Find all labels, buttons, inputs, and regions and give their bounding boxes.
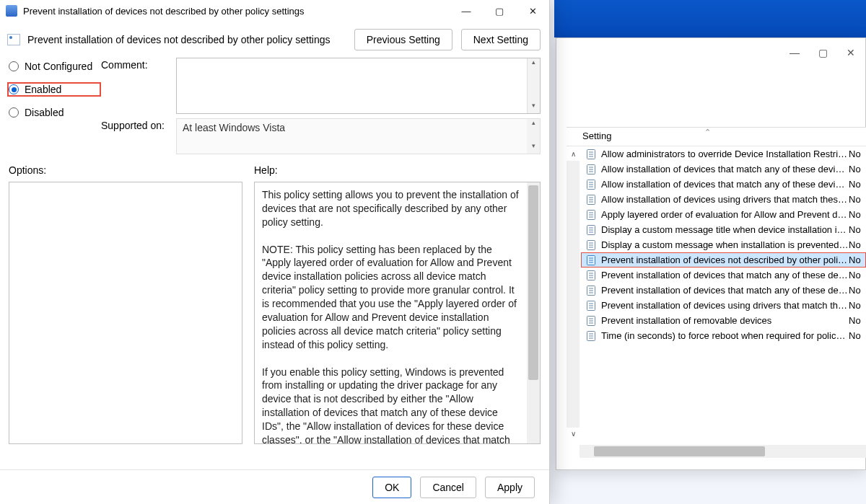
radio-label: Not Configured — [25, 61, 92, 72]
scrollbar-thumb[interactable] — [594, 446, 765, 456]
scroll-up-icon: ▴ — [527, 119, 540, 131]
close-icon[interactable]: ✕ — [847, 47, 855, 58]
policy-item-icon — [585, 224, 597, 236]
textarea-scrollbar[interactable]: ▴ ▾ — [527, 58, 540, 113]
policy-item-state: No — [849, 194, 866, 205]
scroll-up-icon[interactable]: ▴ — [528, 58, 540, 70]
radio-enabled[interactable]: Enabled — [7, 82, 101, 97]
policy-item-label: Display a custom message title when devi… — [601, 224, 849, 235]
policy-item-label: Allow administrators to override Device … — [601, 149, 849, 159]
policy-item-state: No — [849, 315, 866, 326]
column-header-setting[interactable]: Setting — [582, 131, 849, 141]
window-controls-secondary: — ▢ ✕ — [790, 47, 855, 58]
radio-disabled[interactable]: Disabled — [9, 107, 101, 118]
help-panel: This policy setting allows you to preven… — [254, 182, 541, 444]
policy-item-icon — [585, 179, 597, 190]
policy-item-state: No — [849, 224, 866, 235]
column-header-state[interactable] — [849, 131, 866, 141]
radio-dot-icon — [9, 84, 19, 94]
policy-row[interactable]: Time (in seconds) to force reboot when r… — [581, 328, 866, 343]
policy-vertical-scrollbar[interactable]: ∧ ∨ — [567, 148, 579, 441]
scroll-down-icon: ▾ — [527, 142, 540, 154]
policy-horizontal-scrollbar[interactable] — [579, 445, 866, 458]
supported-on-label: Supported on: — [101, 118, 176, 131]
policy-item-state: No — [849, 285, 866, 296]
policy-item-label: Prevent installation of devices not desc… — [601, 255, 849, 265]
previous-setting-button[interactable]: Previous Setting — [354, 29, 452, 50]
policy-item-label: Prevent installation of devices that mat… — [601, 285, 849, 296]
comment-textarea[interactable]: ▴ ▾ — [176, 58, 541, 114]
policy-item-label: Apply layered order of evaluation for Al… — [601, 209, 849, 220]
ok-button[interactable]: OK — [372, 477, 411, 498]
policy-item-state: No — [849, 239, 866, 250]
policy-row[interactable]: Prevent installation of devices using dr… — [581, 298, 866, 313]
policy-item-icon — [585, 209, 597, 221]
policy-item-label: Allow installation of devices that match… — [601, 179, 849, 190]
policy-edit-dialog: Prevent installation of devices not desc… — [0, 0, 550, 504]
policy-item-icon — [585, 239, 597, 251]
policy-row[interactable]: Allow installation of devices that match… — [581, 162, 866, 177]
cancel-button[interactable]: Cancel — [420, 477, 476, 498]
policy-item-icon — [585, 300, 597, 311]
policy-row[interactable]: Prevent installation of devices not desc… — [581, 252, 866, 268]
readonly-scrollbar: ▴ ▾ — [527, 119, 540, 154]
policy-row[interactable]: Prevent installation of removable device… — [581, 313, 866, 328]
help-label: Help: — [254, 164, 541, 176]
maximize-icon[interactable]: ▢ — [818, 47, 828, 58]
state-and-fields-row: Not Configured Enabled Disabled Comment:… — [0, 55, 549, 159]
policy-item-state: No — [849, 149, 866, 159]
policy-item-state: No — [849, 270, 866, 280]
policy-item-icon — [585, 149, 597, 160]
titlebar[interactable]: Prevent installation of devices not desc… — [0, 0, 549, 22]
policy-item-icon — [585, 315, 597, 327]
maximize-button[interactable]: ▢ — [483, 0, 516, 22]
policy-row[interactable]: Allow installation of devices using driv… — [581, 192, 866, 207]
policy-row[interactable]: Apply layered order of evaluation for Al… — [581, 207, 866, 222]
close-button[interactable]: ✕ — [516, 0, 549, 22]
policy-subtitle: Prevent installation of devices not desc… — [27, 34, 354, 45]
policy-item-label: Allow installation of devices that match… — [601, 164, 849, 174]
policy-item-label: Allow installation of devices using driv… — [601, 194, 849, 205]
policy-item-state: No — [849, 209, 866, 220]
state-radio-group: Not Configured Enabled Disabled — [9, 58, 101, 159]
next-setting-button[interactable]: Next Setting — [461, 29, 541, 50]
policy-item-icon — [585, 270, 597, 281]
policy-item-state: No — [849, 255, 866, 265]
policy-item-icon — [585, 164, 597, 175]
scrollbar-thumb[interactable] — [528, 185, 538, 380]
help-text: This policy setting allows you to preven… — [262, 189, 522, 444]
options-panel[interactable] — [9, 182, 242, 444]
radio-dot-icon — [9, 61, 19, 71]
policy-row[interactable]: Prevent installation of devices that mat… — [581, 283, 866, 298]
policy-item-state: No — [849, 164, 866, 174]
policy-item-label: Prevent installation of removable device… — [601, 315, 849, 326]
scroll-up-icon[interactable]: ∧ — [567, 148, 579, 161]
policy-row[interactable]: Display a custom message title when devi… — [581, 222, 866, 237]
policy-item-label: Prevent installation of devices using dr… — [601, 300, 849, 311]
radio-label: Disabled — [25, 107, 64, 118]
help-scrollbar[interactable] — [527, 182, 540, 443]
radio-not-configured[interactable]: Not Configured — [9, 61, 101, 72]
minimize-button[interactable]: — — [450, 0, 483, 22]
policy-icon — [7, 34, 20, 45]
policy-row[interactable]: Allow administrators to override Device … — [581, 146, 866, 162]
policy-item-state: No — [849, 300, 866, 311]
app-icon — [6, 5, 17, 17]
policy-list-header[interactable]: ⌃ Setting — [567, 128, 866, 146]
background-accent-bar — [554, 0, 866, 37]
policy-item-icon — [585, 330, 597, 342]
policy-item-icon — [585, 285, 597, 296]
apply-button[interactable]: Apply — [485, 477, 535, 498]
scroll-down-icon[interactable]: ∨ — [567, 428, 579, 441]
policy-row[interactable]: Display a custom message when installati… — [581, 237, 866, 252]
supported-on-value: At least Windows Vista ▴ ▾ — [176, 118, 541, 154]
sort-indicator-icon: ⌃ — [704, 128, 711, 137]
scroll-down-icon[interactable]: ▾ — [528, 102, 540, 113]
dialog-footer: OK Cancel Apply — [0, 469, 549, 504]
policy-row[interactable]: Allow installation of devices that match… — [581, 177, 866, 192]
options-label: Options: — [9, 164, 242, 176]
policy-item-state: No — [849, 179, 866, 190]
comment-label: Comment: — [101, 58, 176, 71]
minimize-icon[interactable]: — — [790, 47, 800, 58]
policy-row[interactable]: Prevent installation of devices that mat… — [581, 268, 866, 283]
